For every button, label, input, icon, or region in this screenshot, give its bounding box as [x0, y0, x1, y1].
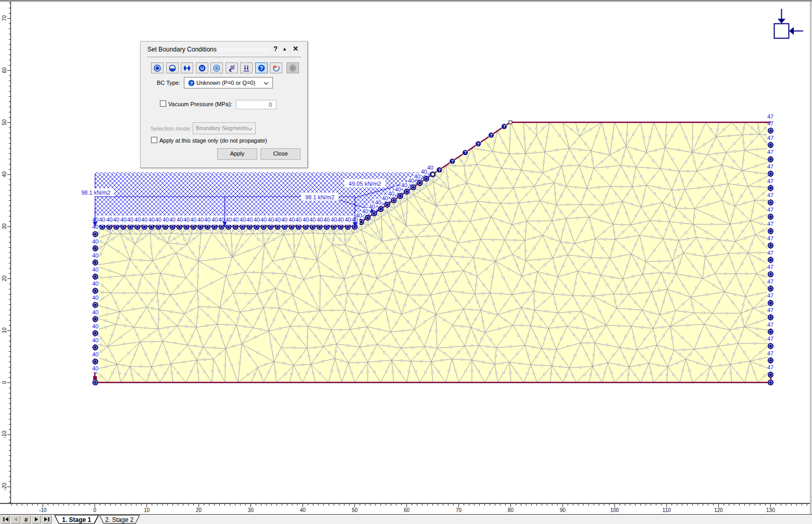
svg-text:47: 47 — [767, 113, 773, 120]
svg-text:40: 40 — [254, 216, 260, 223]
svg-text:?: ? — [490, 133, 492, 138]
svg-text:40: 40 — [309, 216, 316, 223]
svg-text:40: 40 — [169, 216, 176, 223]
svg-text:-10: -10 — [2, 430, 7, 438]
svg-text:47: 47 — [767, 350, 773, 356]
svg-text:70: 70 — [456, 507, 462, 513]
svg-text:47: 47 — [767, 221, 773, 227]
svg-text:40: 40 — [331, 216, 337, 223]
svg-text:40: 40 — [106, 216, 113, 223]
svg-text:40: 40 — [92, 365, 98, 372]
svg-text:40: 40 — [281, 216, 288, 223]
svg-text:?: ? — [259, 65, 263, 71]
svg-text:40: 40 — [323, 216, 330, 223]
svg-text:50: 50 — [352, 507, 358, 513]
svg-text:98.1 kN/m2: 98.1 kN/m2 — [305, 194, 334, 200]
svg-text:40: 40 — [246, 216, 253, 223]
svg-text:47: 47 — [767, 264, 773, 270]
svg-text:?: ? — [503, 124, 505, 129]
svg-text:47: 47 — [767, 336, 773, 342]
svg-text:40: 40 — [338, 216, 344, 223]
svg-text:40: 40 — [92, 252, 98, 259]
svg-text:98.1 kN/m2: 98.1 kN/m2 — [81, 189, 110, 196]
svg-text:1. Stage 1: 1. Stage 1 — [62, 516, 91, 523]
svg-text:120: 120 — [714, 507, 723, 513]
svg-text:40: 40 — [99, 216, 105, 223]
svg-text:40: 40 — [190, 216, 196, 223]
svg-text:40: 40 — [155, 216, 161, 223]
svg-text:2. Stage 2: 2. Stage 2 — [105, 516, 134, 523]
svg-text:49.05 kN/m2: 49.05 kN/m2 — [348, 181, 381, 187]
svg-text:40: 40 — [289, 216, 295, 223]
svg-text:40: 40 — [375, 199, 381, 206]
svg-text:40: 40 — [141, 216, 147, 223]
svg-text:50: 50 — [2, 119, 7, 125]
svg-text:40: 40 — [274, 216, 281, 223]
svg-text:60: 60 — [404, 507, 410, 513]
svg-text:47: 47 — [767, 192, 773, 198]
svg-text:40: 40 — [362, 208, 368, 214]
svg-text:40: 40 — [401, 182, 407, 188]
svg-text:90: 90 — [560, 507, 566, 513]
svg-text:?: ? — [451, 159, 454, 164]
svg-text:40: 40 — [204, 216, 210, 223]
svg-text:40: 40 — [92, 337, 98, 343]
svg-text:40: 40 — [303, 216, 309, 223]
svg-text:40: 40 — [2, 171, 7, 177]
svg-text:40: 40 — [317, 216, 323, 223]
svg-text:U: U — [200, 66, 204, 71]
svg-text:40: 40 — [414, 173, 420, 180]
svg-text:40: 40 — [260, 216, 267, 223]
svg-text:47: 47 — [767, 250, 773, 256]
svg-text:?: ? — [190, 81, 193, 86]
svg-text:40: 40 — [345, 216, 351, 223]
svg-text:#: # — [24, 517, 28, 523]
svg-text:-20: -20 — [2, 482, 7, 490]
svg-text:130: 130 — [766, 507, 775, 513]
svg-text:60: 60 — [2, 67, 7, 73]
svg-text:40: 40 — [148, 216, 155, 223]
svg-text:40: 40 — [211, 216, 218, 223]
svg-text:40: 40 — [92, 238, 98, 245]
svg-text:40: 40 — [300, 507, 306, 513]
svg-text:0: 0 — [2, 381, 7, 384]
svg-text:30: 30 — [248, 507, 254, 513]
svg-text:47: 47 — [767, 178, 773, 184]
svg-text:40: 40 — [92, 323, 98, 329]
svg-text:-10: -10 — [39, 507, 47, 513]
svg-text:40: 40 — [295, 216, 302, 223]
svg-text:40: 40 — [388, 190, 394, 197]
svg-text:40: 40 — [268, 216, 274, 223]
svg-text:40: 40 — [427, 164, 433, 171]
svg-text:47: 47 — [767, 149, 773, 155]
svg-text:47: 47 — [767, 307, 773, 313]
svg-text:40: 40 — [382, 195, 388, 201]
svg-text:10: 10 — [2, 327, 7, 334]
svg-text:40: 40 — [92, 351, 98, 357]
svg-text:100: 100 — [610, 507, 619, 513]
svg-text:47: 47 — [767, 207, 773, 213]
svg-text:40: 40 — [421, 169, 427, 175]
svg-text:47: 47 — [767, 135, 773, 141]
svg-text:47: 47 — [767, 163, 773, 170]
svg-text:40: 40 — [92, 309, 98, 315]
svg-text:40: 40 — [134, 216, 141, 223]
svg-text:40: 40 — [183, 216, 190, 223]
svg-text:47: 47 — [767, 235, 773, 241]
svg-text:47: 47 — [767, 364, 773, 370]
svg-text:40: 40 — [113, 216, 119, 223]
svg-text:40: 40 — [163, 216, 169, 223]
svg-text:?: ? — [438, 168, 441, 173]
svg-text:40: 40 — [92, 280, 98, 287]
svg-text:10: 10 — [144, 507, 150, 513]
svg-text:30: 30 — [2, 223, 7, 229]
svg-text:40: 40 — [356, 212, 362, 219]
svg-text:40: 40 — [92, 266, 98, 273]
svg-text:40: 40 — [177, 216, 183, 223]
svg-text:110: 110 — [663, 507, 671, 513]
svg-text:40: 40 — [232, 216, 239, 223]
svg-text:40: 40 — [240, 216, 246, 223]
svg-text:47: 47 — [767, 278, 773, 285]
svg-text:40: 40 — [120, 216, 127, 223]
svg-text:40: 40 — [92, 295, 98, 301]
